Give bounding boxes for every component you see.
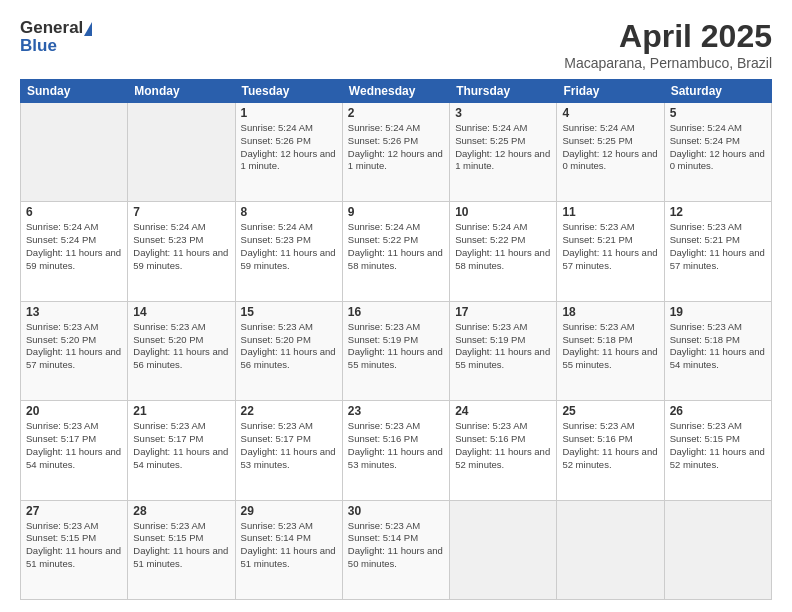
day-info: Sunrise: 5:24 AM Sunset: 5:22 PM Dayligh…	[348, 221, 444, 272]
logo: General Blue	[20, 18, 92, 56]
day-info: Sunrise: 5:24 AM Sunset: 5:24 PM Dayligh…	[26, 221, 122, 272]
day-number: 2	[348, 106, 444, 120]
day-info: Sunrise: 5:24 AM Sunset: 5:25 PM Dayligh…	[562, 122, 658, 173]
day-number: 18	[562, 305, 658, 319]
day-number: 1	[241, 106, 337, 120]
day-info: Sunrise: 5:23 AM Sunset: 5:16 PM Dayligh…	[562, 420, 658, 471]
calendar-cell	[664, 500, 771, 599]
day-number: 21	[133, 404, 229, 418]
day-number: 17	[455, 305, 551, 319]
calendar-cell: 14Sunrise: 5:23 AM Sunset: 5:20 PM Dayli…	[128, 301, 235, 400]
col-sunday: Sunday	[21, 80, 128, 103]
header: General Blue April 2025 Macaparana, Pern…	[20, 18, 772, 71]
day-info: Sunrise: 5:23 AM Sunset: 5:15 PM Dayligh…	[26, 520, 122, 571]
calendar-cell: 11Sunrise: 5:23 AM Sunset: 5:21 PM Dayli…	[557, 202, 664, 301]
day-info: Sunrise: 5:23 AM Sunset: 5:14 PM Dayligh…	[241, 520, 337, 571]
col-friday: Friday	[557, 80, 664, 103]
col-monday: Monday	[128, 80, 235, 103]
title-block: April 2025 Macaparana, Pernambuco, Brazi…	[564, 18, 772, 71]
week-row-1: 1Sunrise: 5:24 AM Sunset: 5:26 PM Daylig…	[21, 103, 772, 202]
calendar-cell: 9Sunrise: 5:24 AM Sunset: 5:22 PM Daylig…	[342, 202, 449, 301]
calendar-cell: 6Sunrise: 5:24 AM Sunset: 5:24 PM Daylig…	[21, 202, 128, 301]
calendar-cell: 23Sunrise: 5:23 AM Sunset: 5:16 PM Dayli…	[342, 401, 449, 500]
day-info: Sunrise: 5:23 AM Sunset: 5:20 PM Dayligh…	[241, 321, 337, 372]
calendar-cell	[557, 500, 664, 599]
day-number: 20	[26, 404, 122, 418]
calendar-cell: 19Sunrise: 5:23 AM Sunset: 5:18 PM Dayli…	[664, 301, 771, 400]
calendar-cell	[450, 500, 557, 599]
calendar-cell: 12Sunrise: 5:23 AM Sunset: 5:21 PM Dayli…	[664, 202, 771, 301]
calendar-cell: 10Sunrise: 5:24 AM Sunset: 5:22 PM Dayli…	[450, 202, 557, 301]
day-info: Sunrise: 5:23 AM Sunset: 5:16 PM Dayligh…	[348, 420, 444, 471]
day-number: 6	[26, 205, 122, 219]
calendar-cell: 24Sunrise: 5:23 AM Sunset: 5:16 PM Dayli…	[450, 401, 557, 500]
day-info: Sunrise: 5:23 AM Sunset: 5:14 PM Dayligh…	[348, 520, 444, 571]
day-info: Sunrise: 5:24 AM Sunset: 5:26 PM Dayligh…	[241, 122, 337, 173]
day-info: Sunrise: 5:23 AM Sunset: 5:21 PM Dayligh…	[562, 221, 658, 272]
calendar-cell: 13Sunrise: 5:23 AM Sunset: 5:20 PM Dayli…	[21, 301, 128, 400]
day-info: Sunrise: 5:23 AM Sunset: 5:19 PM Dayligh…	[455, 321, 551, 372]
week-row-5: 27Sunrise: 5:23 AM Sunset: 5:15 PM Dayli…	[21, 500, 772, 599]
day-number: 11	[562, 205, 658, 219]
col-saturday: Saturday	[664, 80, 771, 103]
calendar-cell: 30Sunrise: 5:23 AM Sunset: 5:14 PM Dayli…	[342, 500, 449, 599]
week-row-3: 13Sunrise: 5:23 AM Sunset: 5:20 PM Dayli…	[21, 301, 772, 400]
day-number: 12	[670, 205, 766, 219]
calendar-cell: 22Sunrise: 5:23 AM Sunset: 5:17 PM Dayli…	[235, 401, 342, 500]
calendar-cell: 4Sunrise: 5:24 AM Sunset: 5:25 PM Daylig…	[557, 103, 664, 202]
calendar-cell: 3Sunrise: 5:24 AM Sunset: 5:25 PM Daylig…	[450, 103, 557, 202]
day-info: Sunrise: 5:23 AM Sunset: 5:18 PM Dayligh…	[670, 321, 766, 372]
calendar-cell: 1Sunrise: 5:24 AM Sunset: 5:26 PM Daylig…	[235, 103, 342, 202]
day-info: Sunrise: 5:24 AM Sunset: 5:24 PM Dayligh…	[670, 122, 766, 173]
day-info: Sunrise: 5:23 AM Sunset: 5:21 PM Dayligh…	[670, 221, 766, 272]
week-row-4: 20Sunrise: 5:23 AM Sunset: 5:17 PM Dayli…	[21, 401, 772, 500]
main-title: April 2025	[564, 18, 772, 55]
calendar-cell: 20Sunrise: 5:23 AM Sunset: 5:17 PM Dayli…	[21, 401, 128, 500]
day-number: 24	[455, 404, 551, 418]
day-info: Sunrise: 5:24 AM Sunset: 5:25 PM Dayligh…	[455, 122, 551, 173]
day-info: Sunrise: 5:24 AM Sunset: 5:22 PM Dayligh…	[455, 221, 551, 272]
day-number: 7	[133, 205, 229, 219]
day-info: Sunrise: 5:23 AM Sunset: 5:18 PM Dayligh…	[562, 321, 658, 372]
calendar-cell: 15Sunrise: 5:23 AM Sunset: 5:20 PM Dayli…	[235, 301, 342, 400]
day-number: 4	[562, 106, 658, 120]
col-wednesday: Wednesday	[342, 80, 449, 103]
calendar-cell: 16Sunrise: 5:23 AM Sunset: 5:19 PM Dayli…	[342, 301, 449, 400]
calendar-cell: 2Sunrise: 5:24 AM Sunset: 5:26 PM Daylig…	[342, 103, 449, 202]
calendar-cell: 29Sunrise: 5:23 AM Sunset: 5:14 PM Dayli…	[235, 500, 342, 599]
logo-blue-text: Blue	[20, 36, 57, 56]
day-number: 23	[348, 404, 444, 418]
calendar-cell: 21Sunrise: 5:23 AM Sunset: 5:17 PM Dayli…	[128, 401, 235, 500]
day-info: Sunrise: 5:24 AM Sunset: 5:23 PM Dayligh…	[133, 221, 229, 272]
logo-text: General	[20, 18, 92, 38]
day-number: 8	[241, 205, 337, 219]
day-number: 10	[455, 205, 551, 219]
day-number: 30	[348, 504, 444, 518]
calendar-cell: 8Sunrise: 5:24 AM Sunset: 5:23 PM Daylig…	[235, 202, 342, 301]
page: General Blue April 2025 Macaparana, Pern…	[0, 0, 792, 612]
day-info: Sunrise: 5:23 AM Sunset: 5:20 PM Dayligh…	[133, 321, 229, 372]
day-info: Sunrise: 5:24 AM Sunset: 5:26 PM Dayligh…	[348, 122, 444, 173]
logo-general: General	[20, 18, 83, 37]
day-number: 9	[348, 205, 444, 219]
subtitle: Macaparana, Pernambuco, Brazil	[564, 55, 772, 71]
calendar-cell: 18Sunrise: 5:23 AM Sunset: 5:18 PM Dayli…	[557, 301, 664, 400]
day-number: 22	[241, 404, 337, 418]
day-number: 16	[348, 305, 444, 319]
calendar-cell	[21, 103, 128, 202]
day-number: 13	[26, 305, 122, 319]
calendar-cell: 25Sunrise: 5:23 AM Sunset: 5:16 PM Dayli…	[557, 401, 664, 500]
day-number: 19	[670, 305, 766, 319]
day-number: 27	[26, 504, 122, 518]
day-number: 14	[133, 305, 229, 319]
calendar-cell: 28Sunrise: 5:23 AM Sunset: 5:15 PM Dayli…	[128, 500, 235, 599]
day-number: 15	[241, 305, 337, 319]
day-info: Sunrise: 5:23 AM Sunset: 5:17 PM Dayligh…	[26, 420, 122, 471]
calendar-table: Sunday Monday Tuesday Wednesday Thursday…	[20, 79, 772, 600]
day-number: 28	[133, 504, 229, 518]
day-number: 5	[670, 106, 766, 120]
day-number: 26	[670, 404, 766, 418]
day-info: Sunrise: 5:23 AM Sunset: 5:17 PM Dayligh…	[133, 420, 229, 471]
calendar-header-row: Sunday Monday Tuesday Wednesday Thursday…	[21, 80, 772, 103]
day-info: Sunrise: 5:23 AM Sunset: 5:20 PM Dayligh…	[26, 321, 122, 372]
